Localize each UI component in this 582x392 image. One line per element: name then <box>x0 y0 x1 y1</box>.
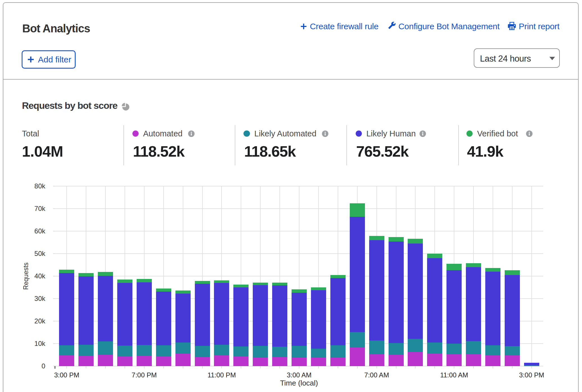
svg-text:80k: 80k <box>34 182 46 190</box>
svg-text:7:00 PM: 7:00 PM <box>132 371 157 379</box>
svg-text:11:00 PM: 11:00 PM <box>207 371 236 379</box>
svg-text:0: 0 <box>42 362 45 370</box>
svg-text:50k: 50k <box>34 250 46 257</box>
svg-text:20k: 20k <box>34 317 46 325</box>
svg-text:60k: 60k <box>34 227 46 235</box>
svg-text:7:00 AM: 7:00 AM <box>364 371 389 379</box>
svg-text:10k: 10k <box>34 340 46 347</box>
svg-text:Requests: Requests <box>22 262 30 290</box>
svg-text:30k: 30k <box>34 295 46 302</box>
svg-text:Time (local): Time (local) <box>280 379 318 387</box>
svg-text:70k: 70k <box>34 205 46 212</box>
svg-text:3:00 PM: 3:00 PM <box>519 371 544 379</box>
svg-text:3:00 AM: 3:00 AM <box>287 371 312 379</box>
svg-text:3:00 PM: 3:00 PM <box>54 371 79 379</box>
svg-text:11:00 AM: 11:00 AM <box>440 371 468 379</box>
svg-text:40k: 40k <box>34 272 46 280</box>
